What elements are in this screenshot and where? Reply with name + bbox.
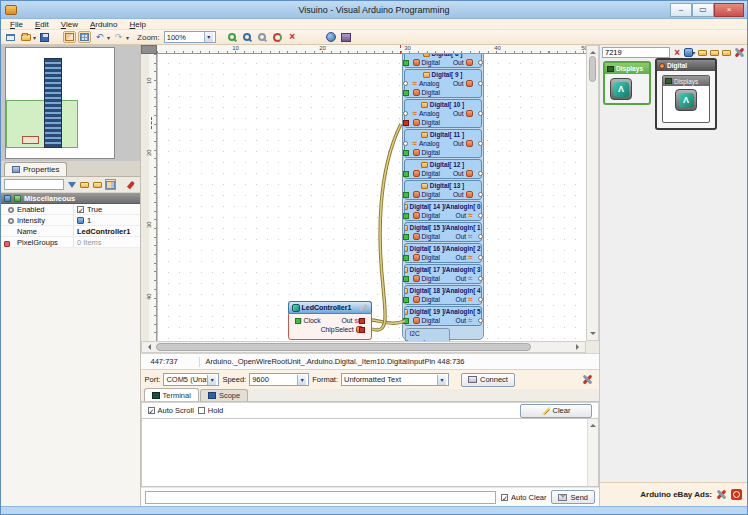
- property-value[interactable]: 0 Items: [73, 237, 140, 247]
- property-row-name[interactable]: NameLedController1: [1, 226, 140, 237]
- out-pin[interactable]: [359, 318, 365, 324]
- subcategory-displays[interactable]: Displays: [662, 75, 710, 123]
- filter-button[interactable]: [66, 179, 77, 190]
- redo-dropdown[interactable]: ▾: [126, 34, 129, 41]
- board-channel[interactable]: Digital[ 8 ]DigitalOut: [404, 54, 482, 68]
- component-search-input[interactable]: [602, 47, 670, 58]
- board-channel[interactable]: Digital[ 19 ]/AnalogIn[ 5 ]DigitalOut: [404, 306, 482, 326]
- board-channel[interactable]: Digital[ 17 ]/AnalogIn[ 3 ]DigitalOut: [404, 264, 482, 284]
- arduino-board-component[interactable]: Digital[ 8 ]DigitalOutDigital[ 9 ]Analog…: [402, 54, 484, 340]
- filter-components-button[interactable]: ▾: [684, 47, 695, 59]
- zoom-combobox[interactable]: 100%▾: [164, 31, 216, 43]
- clear-search-button[interactable]: ×: [672, 47, 682, 59]
- output-pin[interactable]: [478, 276, 483, 281]
- category-folder-button-1[interactable]: [697, 47, 707, 59]
- category-folder-button-2[interactable]: [710, 47, 720, 59]
- displays-category-header[interactable]: Displays: [605, 63, 649, 74]
- format-select[interactable]: Unformatted Text▾: [341, 373, 449, 386]
- clear-button[interactable]: Clear: [520, 404, 592, 418]
- close-button[interactable]: ×: [714, 3, 744, 17]
- input-pin-green[interactable]: [403, 60, 409, 66]
- input-pin-circle[interactable]: [403, 111, 408, 116]
- overview-viewport[interactable]: [6, 100, 78, 148]
- zoom-out-button[interactable]: [241, 31, 254, 43]
- tab-scope[interactable]: Scope: [200, 389, 248, 401]
- input-pin-circle[interactable]: [403, 141, 408, 146]
- open-project-button[interactable]: [19, 31, 32, 43]
- checkbox-checked-icon[interactable]: ✓: [77, 206, 84, 213]
- chevron-down-icon[interactable]: ▾: [437, 375, 446, 385]
- menu-item-view[interactable]: View: [56, 20, 83, 29]
- title-bar[interactable]: Visuino - Visual Arduino Programming – ▭…: [1, 1, 747, 19]
- connect-button[interactable]: Connect: [461, 373, 515, 387]
- scroll-left-arrow[interactable]: [145, 344, 151, 350]
- auto-clear-checkbox[interactable]: ✓Auto Clear: [501, 493, 546, 502]
- ebay-icon[interactable]: [731, 489, 742, 500]
- undo-dropdown[interactable]: ▾: [107, 34, 110, 41]
- clock-input-pin[interactable]: [295, 318, 301, 324]
- board-channel[interactable]: Digital[ 11 ]AnalogOutDigital: [404, 129, 482, 158]
- property-row-intensity[interactable]: Intensity1: [1, 215, 140, 226]
- speed-select[interactable]: 9600▾: [249, 373, 309, 386]
- toggle-grid-button[interactable]: [78, 31, 91, 43]
- input-pin-green[interactable]: [403, 192, 409, 198]
- web-button[interactable]: [325, 31, 338, 43]
- send-button[interactable]: Send: [551, 490, 595, 504]
- menu-item-arduino[interactable]: Arduino: [85, 20, 123, 29]
- property-value[interactable]: ✓True: [73, 204, 140, 214]
- categorized-view-button[interactable]: [105, 179, 116, 190]
- input-pin-green[interactable]: [403, 276, 409, 282]
- toolbox-tools-button[interactable]: [734, 47, 745, 59]
- board-channel[interactable]: Digital[ 9 ]AnalogOutDigital: [404, 69, 482, 98]
- property-row-enabled[interactable]: Enabled✓True: [1, 204, 140, 215]
- output-pin[interactable]: [478, 297, 483, 302]
- board-channel[interactable]: Digital[ 12 ]DigitalOut: [404, 159, 482, 179]
- zoom-in-button[interactable]: [226, 31, 239, 43]
- input-pin-circle[interactable]: [403, 81, 408, 86]
- scroll-right-arrow[interactable]: [576, 344, 582, 350]
- input-pin-circle[interactable]: [404, 340, 409, 341]
- output-pin[interactable]: [478, 171, 483, 176]
- input-pin-green[interactable]: [403, 255, 409, 261]
- package-button[interactable]: [340, 31, 353, 43]
- hold-checkbox[interactable]: Hold: [198, 406, 223, 415]
- collapse-all-button[interactable]: [92, 179, 103, 190]
- input-pin-green[interactable]: [403, 297, 409, 303]
- output-pin[interactable]: [478, 111, 483, 116]
- scroll-down-arrow[interactable]: [590, 332, 596, 338]
- digital-category-header[interactable]: Digital: [657, 60, 715, 71]
- board-channel[interactable]: Digital[ 18 ]/AnalogIn[ 4 ]DigitalOut: [404, 285, 482, 305]
- output-pin[interactable]: [478, 255, 483, 260]
- chevron-down-icon[interactable]: ▾: [204, 32, 213, 42]
- chevron-down-icon[interactable]: ▾: [207, 375, 216, 385]
- terminal-output[interactable]: [141, 418, 599, 487]
- scroll-up-arrow[interactable]: [590, 48, 596, 54]
- minimize-button[interactable]: –: [670, 3, 692, 17]
- output-pin[interactable]: [478, 60, 483, 65]
- vertical-scroll-thumb[interactable]: [589, 56, 596, 82]
- menu-item-file[interactable]: File: [5, 20, 28, 29]
- refresh-button[interactable]: [271, 31, 284, 43]
- output-pin[interactable]: [478, 141, 483, 146]
- send-input[interactable]: [145, 491, 497, 504]
- terminal-scrollbar[interactable]: [587, 419, 598, 486]
- output-pin[interactable]: [478, 192, 483, 197]
- design-overview-map[interactable]: [1, 45, 140, 161]
- property-value[interactable]: 1: [73, 215, 140, 225]
- output-pin[interactable]: [478, 318, 483, 323]
- output-pin[interactable]: [478, 234, 483, 239]
- input-pin-green[interactable]: [403, 234, 409, 240]
- zoom-reset-button[interactable]: [256, 31, 269, 43]
- horizontal-scroll-thumb[interactable]: [156, 343, 531, 351]
- scroll-up-arrow[interactable]: [590, 421, 596, 427]
- board-channel[interactable]: Digital[ 13 ]DigitalOut: [404, 180, 482, 200]
- open-dropdown[interactable]: ▾: [33, 34, 36, 41]
- input-pin-green[interactable]: [403, 213, 409, 219]
- board-channel[interactable]: Digital[ 15 ]/AnalogIn[ 1 ]DigitalOut: [404, 222, 482, 242]
- ads-tools-icon[interactable]: [716, 489, 727, 500]
- tab-properties[interactable]: Properties: [4, 162, 67, 176]
- chipselect-pin[interactable]: [359, 327, 365, 333]
- undo-button[interactable]: ↶: [93, 31, 106, 43]
- design-canvas[interactable]: Digital[ 8 ]DigitalOutDigital[ 9 ]Analog…: [157, 54, 586, 341]
- maximize-button[interactable]: ▭: [692, 3, 714, 17]
